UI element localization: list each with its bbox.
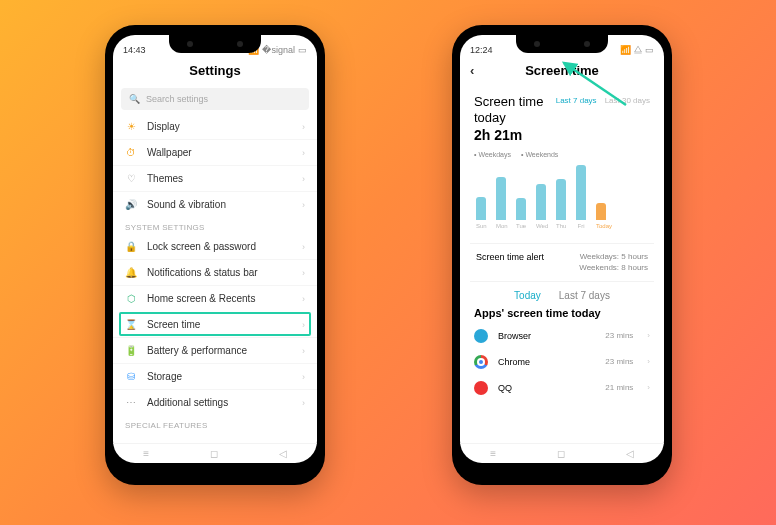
chart-day-label: Tue bbox=[516, 223, 526, 229]
chevron-right-icon: › bbox=[302, 346, 305, 356]
legend-weekends: Weekends bbox=[521, 151, 558, 158]
page-title: Settings bbox=[113, 57, 317, 84]
chart-day-label: Thu bbox=[556, 223, 566, 229]
settings-row[interactable]: 🔔Notifications & status bar› bbox=[113, 259, 317, 285]
screen-time-summary: Screen time today 2h 21m Last 7 days Las… bbox=[460, 84, 664, 233]
search-input[interactable]: 🔍 Search settings bbox=[121, 88, 309, 110]
row-icon: 🔔 bbox=[125, 267, 137, 278]
range-last30[interactable]: Last 30 days bbox=[605, 96, 650, 143]
apps-section-title: Apps' screen time today bbox=[460, 305, 664, 323]
phone-frame-right: 12:24 📶 ⧋ ▭ ‹ Screen time Screen time to… bbox=[452, 25, 672, 485]
summary-title-line1: Screen time bbox=[474, 94, 543, 110]
settings-row[interactable]: 🔊Sound & vibration› bbox=[113, 191, 317, 217]
screen-left: 14:43 📶 �signal ▭ Settings 🔍 Search sett… bbox=[113, 35, 317, 463]
back-button[interactable]: ‹ bbox=[470, 63, 474, 78]
nav-home-icon[interactable]: ◻ bbox=[557, 448, 565, 459]
search-placeholder: Search settings bbox=[146, 94, 208, 104]
row-label: Battery & performance bbox=[147, 345, 247, 356]
screen-time-content: Screen time today 2h 21m Last 7 days Las… bbox=[460, 84, 664, 443]
chevron-right-icon: › bbox=[302, 200, 305, 210]
chevron-right-icon: › bbox=[302, 148, 305, 158]
app-time: 21 mins bbox=[605, 383, 633, 392]
chart-day-label: Fri bbox=[576, 223, 586, 229]
summary-value: 2h 21m bbox=[474, 127, 543, 143]
chevron-right-icon: › bbox=[302, 174, 305, 184]
chart-bar[interactable] bbox=[576, 165, 586, 220]
chart-day-label: Wed bbox=[536, 223, 546, 229]
chart-bar[interactable] bbox=[516, 198, 526, 220]
chart-bar[interactable] bbox=[536, 184, 546, 220]
chart-bar[interactable] bbox=[596, 203, 606, 220]
settings-row[interactable]: ☀Display› bbox=[113, 114, 317, 139]
app-time: 23 mins bbox=[605, 331, 633, 340]
nav-back-icon[interactable]: ◁ bbox=[626, 448, 634, 459]
app-name: Browser bbox=[498, 331, 531, 341]
signal-icon: 📶 bbox=[620, 45, 631, 55]
chart-bar[interactable] bbox=[496, 177, 506, 221]
chevron-right-icon: › bbox=[302, 320, 305, 330]
chevron-right-icon: › bbox=[647, 357, 650, 366]
chart-legend: Weekdays Weekends bbox=[474, 151, 650, 158]
row-label: Wallpaper bbox=[147, 147, 192, 158]
chart-day-label: Today bbox=[596, 223, 606, 229]
row-icon: ⏱ bbox=[125, 147, 137, 158]
chevron-right-icon: › bbox=[302, 294, 305, 304]
alert-label: Screen time alert bbox=[476, 252, 544, 273]
row-icon: 🔒 bbox=[125, 241, 137, 252]
nav-recents-icon[interactable]: ≡ bbox=[490, 448, 496, 459]
row-label: Screen time bbox=[147, 319, 200, 330]
wifi-icon: �signal bbox=[262, 45, 295, 55]
row-icon: ♡ bbox=[125, 173, 137, 184]
chart-bar[interactable] bbox=[556, 179, 566, 220]
screen-time-alert-row[interactable]: Screen time alert Weekdays: 5 hours Week… bbox=[470, 243, 654, 282]
tab-last7[interactable]: Last 7 days bbox=[559, 290, 610, 301]
tabs: Today Last 7 days bbox=[460, 282, 664, 305]
status-icons: 📶 ⧋ ▭ bbox=[620, 44, 654, 55]
settings-row[interactable]: ⛁Storage› bbox=[113, 363, 317, 389]
row-icon: ⋯ bbox=[125, 397, 137, 408]
chart-day-label: Sun bbox=[476, 223, 486, 229]
notch bbox=[516, 35, 608, 53]
row-icon: ⬡ bbox=[125, 293, 137, 304]
app-name: Chrome bbox=[498, 357, 530, 367]
notch bbox=[169, 35, 261, 53]
row-icon: ☀ bbox=[125, 121, 137, 132]
row-label: Lock screen & password bbox=[147, 241, 256, 252]
settings-row[interactable]: ⬡Home screen & Recents› bbox=[113, 285, 317, 311]
nav-back-icon[interactable]: ◁ bbox=[279, 448, 287, 459]
chart-day-label: Mon bbox=[496, 223, 506, 229]
app-name: QQ bbox=[498, 383, 512, 393]
nav-recents-icon[interactable]: ≡ bbox=[143, 448, 149, 459]
header-text: Screen time bbox=[525, 63, 599, 78]
battery-icon: ▭ bbox=[298, 45, 307, 55]
settings-row[interactable]: ♡Themes› bbox=[113, 165, 317, 191]
chevron-right-icon: › bbox=[647, 331, 650, 340]
bar-chart-labels: SunMonTueWedThuFriToday bbox=[474, 223, 650, 229]
status-time: 14:43 bbox=[123, 45, 146, 55]
screen-right: 12:24 📶 ⧋ ▭ ‹ Screen time Screen time to… bbox=[460, 35, 664, 463]
app-row[interactable]: Chrome23 mins› bbox=[460, 349, 664, 375]
settings-list: 🔍 Search settings ☀Display›⏱Wallpaper›♡T… bbox=[113, 84, 317, 443]
settings-row[interactable]: ⋯Additional settings› bbox=[113, 389, 317, 415]
settings-row[interactable]: 🔋Battery & performance› bbox=[113, 337, 317, 363]
chart-bar[interactable] bbox=[476, 197, 486, 221]
chevron-right-icon: › bbox=[302, 242, 305, 252]
section-label-special: SPECIAL FEATURES bbox=[113, 415, 317, 432]
battery-icon: ▭ bbox=[645, 45, 654, 55]
settings-row[interactable]: ⏱Wallpaper› bbox=[113, 139, 317, 165]
chevron-right-icon: › bbox=[302, 372, 305, 382]
settings-row[interactable]: 🔒Lock screen & password› bbox=[113, 234, 317, 259]
app-row[interactable]: Browser23 mins› bbox=[460, 323, 664, 349]
status-time: 12:24 bbox=[470, 45, 493, 55]
nav-home-icon[interactable]: ◻ bbox=[210, 448, 218, 459]
row-icon: ⌛ bbox=[125, 319, 137, 330]
tab-today[interactable]: Today bbox=[514, 290, 541, 301]
row-icon: 🔊 bbox=[125, 199, 137, 210]
alert-weekends: Weekends: 8 hours bbox=[579, 263, 648, 272]
app-row[interactable]: QQ21 mins› bbox=[460, 375, 664, 401]
row-label: Additional settings bbox=[147, 397, 228, 408]
settings-row[interactable]: ⌛Screen time› bbox=[119, 312, 311, 336]
legend-weekdays: Weekdays bbox=[474, 151, 511, 158]
chevron-right-icon: › bbox=[302, 122, 305, 132]
range-last7[interactable]: Last 7 days bbox=[556, 96, 597, 143]
